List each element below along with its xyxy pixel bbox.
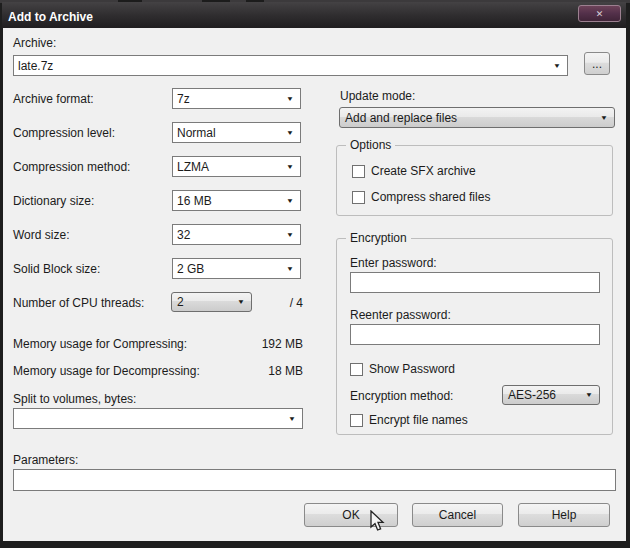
- word-size-value: 32: [177, 228, 190, 242]
- create-sfx-checkbox[interactable]: Create SFX archive: [352, 164, 476, 178]
- word-size-label: Word size:: [13, 228, 69, 242]
- compression-method-label: Compression method:: [13, 160, 130, 174]
- title-bar[interactable]: Add to Archive: [2, 2, 626, 28]
- word-size-combobox[interactable]: 32 ▼: [172, 224, 301, 245]
- compression-method-value: LZMA: [177, 160, 209, 174]
- archive-format-combobox[interactable]: 7z ▼: [172, 88, 301, 109]
- encryption-method-label: Encryption method:: [350, 389, 453, 403]
- add-to-archive-dialog: { "window": { "title": "Add to Archive",…: [0, 0, 630, 548]
- archive-name-combobox[interactable]: late.7z ▼: [13, 55, 568, 76]
- checkbox-icon[interactable]: [352, 165, 365, 178]
- encrypt-file-names-label: Encrypt file names: [369, 413, 468, 427]
- encrypt-file-names-checkbox[interactable]: Encrypt file names: [350, 413, 468, 427]
- window-title: Add to Archive: [8, 10, 93, 24]
- split-volumes-combobox[interactable]: ▼: [13, 408, 303, 429]
- dropdown-arrow-icon: ▼: [585, 392, 593, 398]
- memory-compressing-value: 192 MB: [233, 337, 303, 351]
- checkbox-icon[interactable]: [350, 363, 363, 376]
- cpu-threads-label: Number of CPU threads:: [13, 296, 144, 310]
- archive-format-label: Archive format:: [13, 92, 94, 106]
- ellipsis-icon: ...: [592, 57, 602, 71]
- dropdown-arrow-icon: ▼: [286, 95, 294, 101]
- ok-button[interactable]: OK: [304, 503, 398, 527]
- cpu-threads-combobox[interactable]: 2 ▼: [171, 292, 252, 312]
- parameters-field[interactable]: [13, 469, 616, 491]
- dropdown-arrow-icon: ▼: [600, 114, 608, 120]
- create-sfx-label: Create SFX archive: [371, 164, 476, 178]
- compression-level-combobox[interactable]: Normal ▼: [172, 122, 301, 143]
- enter-password-label: Enter password:: [350, 256, 437, 270]
- memory-decompressing-value: 18 MB: [233, 364, 303, 378]
- close-icon: ✕: [596, 9, 604, 19]
- memory-decompressing-label: Memory usage for Decompressing:: [13, 364, 200, 378]
- split-volumes-label: Split to volumes, bytes:: [13, 392, 136, 406]
- archive-name-value: late.7z: [18, 59, 53, 73]
- encryption-group-title: Encryption: [346, 231, 411, 245]
- browse-button[interactable]: ...: [584, 52, 610, 75]
- dropdown-arrow-icon: ▼: [286, 265, 294, 271]
- options-group: Options: [336, 145, 613, 216]
- help-button[interactable]: Help: [518, 503, 610, 527]
- compression-level-label: Compression level:: [13, 126, 115, 140]
- solid-block-size-label: Solid Block size:: [13, 262, 100, 276]
- show-password-checkbox[interactable]: Show Password: [350, 362, 455, 376]
- solid-block-size-combobox[interactable]: 2 GB ▼: [172, 258, 301, 279]
- archive-format-value: 7z: [177, 92, 190, 106]
- solid-block-size-value: 2 GB: [177, 262, 204, 276]
- encryption-method-value: AES-256: [508, 388, 556, 402]
- compression-level-value: Normal: [177, 126, 216, 140]
- help-button-label: Help: [552, 508, 577, 522]
- dropdown-arrow-icon: ▼: [286, 129, 294, 135]
- cpu-threads-value: 2: [177, 295, 184, 309]
- dropdown-arrow-icon: ▼: [286, 197, 294, 203]
- reenter-password-label: Reenter password:: [350, 308, 451, 322]
- dropdown-arrow-icon[interactable]: ▼: [288, 415, 296, 421]
- dropdown-arrow-icon: ▼: [286, 231, 294, 237]
- compress-shared-checkbox[interactable]: Compress shared files: [352, 190, 490, 204]
- show-password-label: Show Password: [369, 362, 455, 376]
- cpu-threads-total: / 4: [260, 296, 303, 310]
- encryption-method-combobox[interactable]: AES-256 ▼: [502, 385, 600, 405]
- dictionary-size-combobox[interactable]: 16 MB ▼: [172, 190, 301, 211]
- update-mode-combobox[interactable]: Add and replace files ▼: [339, 107, 615, 128]
- enter-password-field[interactable]: [350, 272, 600, 293]
- cancel-button[interactable]: Cancel: [412, 503, 503, 527]
- dropdown-arrow-icon[interactable]: ▼: [553, 62, 561, 68]
- memory-compressing-label: Memory usage for Compressing:: [13, 337, 187, 351]
- dropdown-arrow-icon: ▼: [237, 299, 245, 305]
- parameters-label: Parameters:: [13, 453, 78, 467]
- compress-shared-label: Compress shared files: [371, 190, 490, 204]
- compression-method-combobox[interactable]: LZMA ▼: [172, 156, 301, 177]
- cancel-button-label: Cancel: [439, 508, 476, 522]
- archive-label: Archive:: [13, 36, 56, 50]
- checkbox-icon[interactable]: [350, 414, 363, 427]
- dictionary-size-value: 16 MB: [177, 194, 212, 208]
- update-mode-label: Update mode:: [340, 89, 415, 103]
- update-mode-value: Add and replace files: [345, 111, 457, 125]
- close-button[interactable]: ✕: [578, 5, 621, 22]
- options-group-title: Options: [346, 138, 395, 152]
- reenter-password-field[interactable]: [350, 324, 600, 345]
- ok-button-label: OK: [342, 508, 359, 522]
- dictionary-size-label: Dictionary size:: [13, 194, 94, 208]
- dropdown-arrow-icon: ▼: [286, 163, 294, 169]
- checkbox-icon[interactable]: [352, 191, 365, 204]
